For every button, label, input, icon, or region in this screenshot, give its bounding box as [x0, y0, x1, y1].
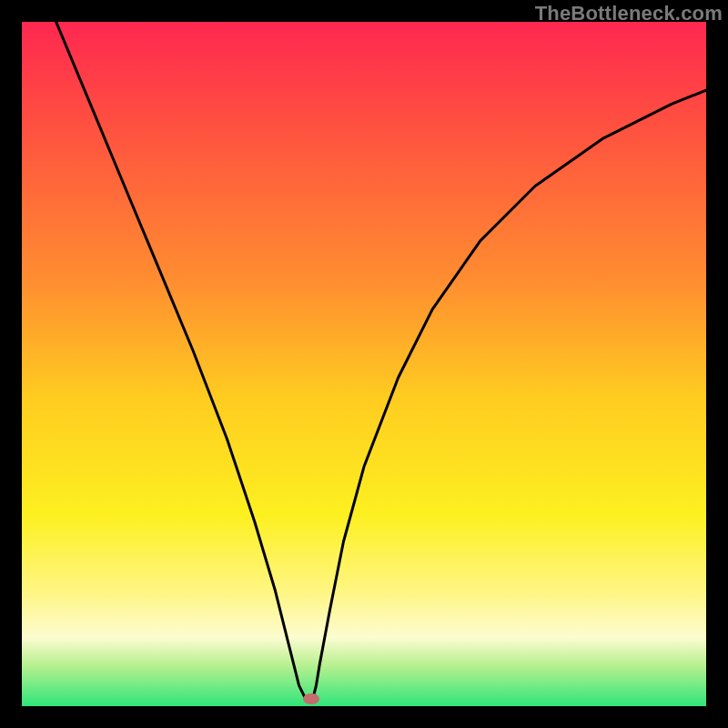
bottleneck-curve — [22, 22, 706, 706]
plot-area — [22, 22, 706, 706]
optimum-marker — [303, 693, 319, 704]
watermark-text: TheBottleneck.com — [535, 2, 723, 25]
chart-container: TheBottleneck.com — [0, 0, 728, 728]
